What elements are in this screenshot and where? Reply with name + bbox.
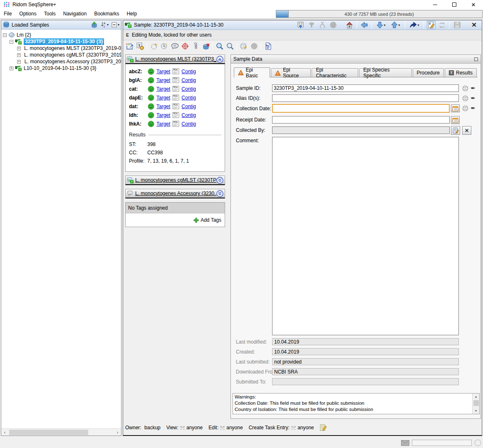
dna-view-button[interactable] bbox=[318, 21, 327, 29]
tab-epi-characteristic[interactable]: Epi Characteristic bbox=[312, 68, 358, 77]
edit-mode-button[interactable]: E bbox=[427, 21, 436, 29]
target-link[interactable]: Target bbox=[156, 112, 170, 118]
quill-field-icon[interactable]: ✒ bbox=[470, 85, 476, 92]
export-image-button[interactable]: AGT bbox=[125, 42, 134, 51]
minimize-button[interactable] bbox=[426, 0, 445, 9]
submit-button[interactable] bbox=[239, 42, 248, 51]
add-tags-button[interactable]: Add Tags bbox=[193, 217, 221, 223]
load-samples-icon[interactable] bbox=[91, 22, 98, 28]
tree-node-cgmlst[interactable]: + cg T L. monocytogenes cgMLST (3230TP3_… bbox=[1, 52, 121, 58]
comment-textarea[interactable] bbox=[272, 137, 459, 335]
tab-epi-species-specific[interactable]: Epi Species Specific bbox=[359, 68, 411, 77]
expand-toggle-icon[interactable]: + bbox=[17, 53, 21, 57]
collected-by-clear-button[interactable]: ✕ bbox=[462, 126, 471, 135]
unsubmit-button[interactable] bbox=[250, 42, 259, 51]
scroll-left-icon[interactable]: ‹ bbox=[1, 429, 8, 436]
target-link[interactable]: Target bbox=[156, 121, 170, 127]
search-local-button[interactable] bbox=[225, 42, 235, 51]
target-button[interactable] bbox=[181, 42, 190, 51]
expand-toggle-icon[interactable]: + bbox=[10, 67, 13, 70]
save-button[interactable] bbox=[453, 21, 461, 29]
contig-link[interactable]: Contig bbox=[181, 86, 196, 92]
back-button[interactable] bbox=[360, 21, 369, 29]
next-sample-button[interactable]: ▾ bbox=[375, 21, 387, 29]
tree-node-project[interactable]: − Lm {2} bbox=[1, 32, 121, 38]
quill-field-icon[interactable]: ✒ bbox=[470, 95, 476, 101]
quill-field-icon[interactable]: ✒ bbox=[470, 105, 476, 111]
tree-node-accessory[interactable]: + L. monocytogenes Accessory (3230TP3_20 bbox=[1, 58, 121, 65]
contig-link[interactable]: Contig bbox=[181, 112, 196, 118]
tab-results[interactable]: T Results bbox=[445, 68, 477, 77]
close-view-button[interactable]: ✕ bbox=[470, 21, 478, 29]
menu-options[interactable]: Options bbox=[15, 9, 40, 19]
comment-button[interactable] bbox=[170, 42, 179, 51]
menu-help[interactable]: Help bbox=[123, 9, 141, 19]
recreate-button[interactable] bbox=[149, 42, 159, 51]
expand-chevron-icon[interactable] bbox=[216, 190, 223, 197]
tree-node-sample-selected[interactable]: − E T 3230TP3_2019-04-10-11-15-30 {3} bbox=[1, 38, 121, 45]
scrollbar-thumb[interactable] bbox=[473, 400, 479, 406]
target-link[interactable]: Target bbox=[156, 86, 170, 92]
history-button[interactable] bbox=[160, 42, 169, 51]
contig-link[interactable]: Contig bbox=[181, 69, 196, 74]
collapse-chevron-icon[interactable] bbox=[216, 56, 223, 63]
home-button[interactable] bbox=[345, 21, 354, 29]
contig-link[interactable]: Contig bbox=[181, 121, 196, 127]
scroll-right-icon[interactable]: › bbox=[114, 429, 121, 436]
attachment-button[interactable] bbox=[191, 42, 200, 51]
globe-field-icon[interactable] bbox=[462, 85, 468, 92]
tree-view-button[interactable] bbox=[307, 21, 316, 29]
menu-file[interactable]: File bbox=[0, 9, 15, 19]
receipt-date-input[interactable] bbox=[272, 116, 450, 124]
collapse-toggle-icon[interactable]: − bbox=[3, 33, 7, 37]
maximize-panel-icon[interactable] bbox=[474, 57, 478, 61]
edit-permissions-icon[interactable] bbox=[320, 424, 327, 431]
cgmlst-panel-title-link[interactable]: L. monocytogenes cgMLST (3230TP3... bbox=[135, 177, 216, 183]
sample-id-input[interactable] bbox=[272, 84, 459, 92]
mail-icon[interactable] bbox=[401, 440, 409, 446]
receipt-date-calendar-button[interactable] bbox=[451, 116, 460, 124]
submission-report-button[interactable] bbox=[263, 42, 272, 51]
collection-date-input[interactable] bbox=[272, 104, 450, 113]
globe-field-icon[interactable] bbox=[462, 95, 468, 101]
warnings-scrollbar[interactable]: ▲ ▼ bbox=[472, 394, 479, 414]
collapse-toggle-icon[interactable]: − bbox=[10, 40, 13, 44]
scroll-up-icon[interactable]: ▲ bbox=[473, 394, 479, 400]
delete-from-db-button[interactable] bbox=[201, 42, 211, 51]
target-link[interactable]: Target bbox=[156, 69, 170, 74]
collapse-all-button[interactable]: ▾ bbox=[111, 22, 119, 27]
target-link[interactable]: Target bbox=[156, 104, 170, 109]
menu-bookmarks[interactable]: Bookmarks bbox=[90, 9, 123, 19]
revert-button[interactable] bbox=[438, 21, 446, 29]
contig-link[interactable]: Contig bbox=[181, 95, 196, 101]
sort-button[interactable]: a z ▾ bbox=[101, 22, 109, 28]
close-button[interactable]: ✕ bbox=[464, 0, 483, 9]
tree-node-mlst[interactable]: + ST T L. monocytogenes MLST (3230TP3_20… bbox=[1, 45, 121, 52]
tab-epi-basic[interactable]: ! Epi Basic bbox=[234, 67, 270, 77]
previous-sample-button[interactable]: ▾ bbox=[389, 21, 402, 29]
scrollbar-thumb[interactable] bbox=[9, 430, 88, 435]
memory-usage-bar[interactable]: 430 of 7257 MB used (23 threads) bbox=[276, 10, 483, 18]
mlst-panel-title-link[interactable]: L. monocytogenes MLST (3230TP3_2... bbox=[135, 56, 216, 62]
export-table-button[interactable] bbox=[296, 21, 305, 29]
collection-date-calendar-button[interactable] bbox=[451, 104, 460, 112]
procedure-settings-button[interactable]: T bbox=[136, 42, 145, 51]
expand-toggle-icon[interactable]: + bbox=[17, 47, 21, 50]
contig-link[interactable]: Contig bbox=[181, 104, 196, 109]
qc-face-button[interactable] bbox=[329, 21, 337, 29]
target-link[interactable]: Target bbox=[156, 95, 170, 101]
menu-navigation[interactable]: Navigation bbox=[59, 9, 91, 19]
horizontal-scrollbar[interactable]: ‹ › bbox=[1, 428, 121, 436]
target-link[interactable]: Target bbox=[156, 77, 170, 83]
scroll-down-icon[interactable]: ▼ bbox=[473, 408, 479, 414]
tab-procedure[interactable]: Procedure bbox=[413, 68, 444, 77]
expand-toggle-icon[interactable]: + bbox=[17, 60, 21, 64]
tab-epi-source[interactable]: ! Epi Source bbox=[271, 68, 311, 77]
search-db-button[interactable] bbox=[215, 42, 224, 51]
alias-id-input[interactable] bbox=[272, 94, 459, 102]
globe-field-icon[interactable] bbox=[462, 105, 468, 111]
maximize-button[interactable] bbox=[445, 0, 464, 9]
contig-link[interactable]: Contig bbox=[181, 77, 196, 83]
collected-by-lookup-button[interactable] bbox=[451, 126, 460, 135]
accessory-panel-title-link[interactable]: L. monocytogenes Accessory (3230... bbox=[135, 191, 216, 196]
